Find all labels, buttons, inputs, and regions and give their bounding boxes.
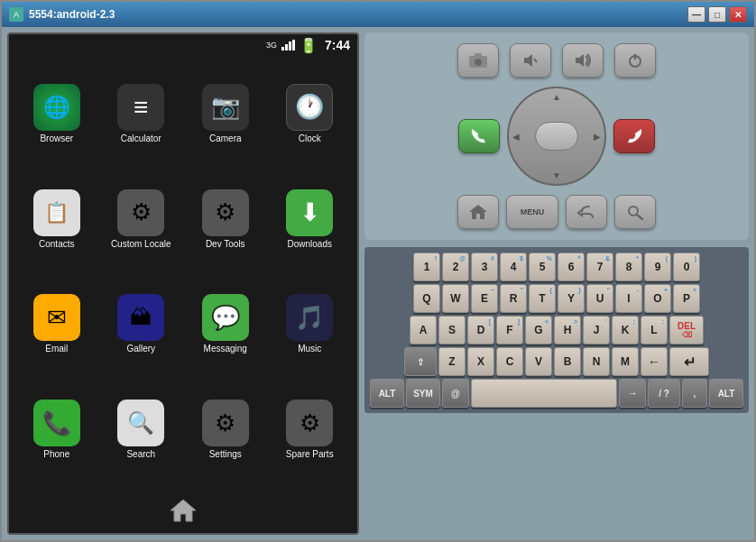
key-h[interactable]: >H (554, 316, 581, 344)
key-i[interactable]: -I (615, 284, 642, 313)
key-2[interactable]: @2 (442, 253, 469, 281)
content-area: 3G 🔋 7:44 🌐 Browser (2, 27, 754, 540)
key-9[interactable]: (9 (644, 253, 671, 281)
dpad[interactable]: ▲ ◀ ▶ ▼ (507, 87, 606, 186)
email-icon: ✉ (33, 294, 80, 341)
home-icon (169, 498, 198, 523)
key-s[interactable]: S (438, 316, 466, 344)
key-x[interactable]: X (467, 347, 494, 376)
app-phone[interactable]: 📞 Phone (16, 379, 97, 481)
volume-down-button[interactable] (510, 43, 551, 78)
power-button[interactable] (614, 43, 656, 78)
key-arrow-right[interactable]: → (619, 379, 646, 408)
keyboard-row-numbers: !1 @2 #3 $4 %5 ^6 &7 *8 (9 )0 (370, 253, 743, 281)
key-0[interactable]: )0 (673, 253, 700, 281)
key-g[interactable]: <G (525, 316, 552, 344)
close-button[interactable]: ✕ (729, 6, 747, 23)
bottom-nav-buttons: MENU (457, 195, 656, 229)
dpad-ring[interactable]: ▲ ◀ ▶ ▼ (507, 87, 606, 186)
key-k[interactable]: ;K (612, 316, 639, 344)
key-q[interactable]: Q (413, 284, 440, 313)
key-v[interactable]: V (525, 347, 552, 376)
app-search[interactable]: 🔍 Search (101, 379, 182, 481)
app-settings[interactable]: ⚙ Settings (185, 379, 266, 481)
phone-icon: 📞 (33, 400, 80, 446)
key-j[interactable]: 'J (583, 316, 610, 344)
app-custom-locale[interactable]: ⚙ Custom Locale (101, 169, 182, 271)
app-camera[interactable]: 📷 Camera (185, 63, 266, 165)
app-spare-parts[interactable]: ⚙ Spare Parts (270, 379, 351, 481)
app-gallery[interactable]: 🏔 Gallery (101, 274, 182, 376)
home-button[interactable] (167, 494, 199, 527)
key-at[interactable]: @ (442, 379, 469, 408)
app-contacts[interactable]: 📋 Contacts (16, 169, 97, 271)
key-p[interactable]: =P (673, 284, 700, 313)
signal-bar-3 (289, 41, 291, 51)
window-title: 5554:android-2.3 (29, 8, 115, 21)
key-3[interactable]: #3 (471, 253, 498, 281)
key-e[interactable]: ~E (471, 284, 498, 313)
menu-button[interactable]: MENU (506, 195, 558, 229)
messaging-label: Messaging (204, 344, 247, 354)
svg-marker-9 (469, 205, 487, 219)
key-7[interactable]: &7 (586, 253, 613, 281)
app-messaging[interactable]: 💬 Messaging (185, 274, 266, 376)
key-l[interactable]: :L (641, 316, 668, 344)
key-y[interactable]: }Y (558, 284, 585, 313)
key-4[interactable]: $4 (500, 253, 527, 281)
app-music[interactable]: 🎵 Music (270, 274, 351, 376)
browser-icon: 🌐 (33, 84, 80, 131)
key-u[interactable]: "U (586, 284, 613, 313)
key-b[interactable]: B (554, 347, 581, 376)
app-email[interactable]: ✉ Email (16, 274, 97, 376)
app-downloads[interactable]: ⬇ Downloads (270, 169, 351, 271)
phone-screen: 3G 🔋 7:44 🌐 Browser (7, 32, 359, 535)
gallery-icon: 🏔 (117, 294, 164, 341)
key-d[interactable]: [D (467, 316, 494, 344)
app-calculator[interactable]: ≡ Calculator (101, 63, 182, 165)
app-dev-tools[interactable]: ⚙ Dev Tools (185, 169, 266, 271)
key-c[interactable]: C (496, 347, 523, 376)
key-sym[interactable]: SYM (406, 379, 440, 408)
maximize-button[interactable]: □ (708, 6, 726, 23)
volume-up-button[interactable] (562, 43, 604, 78)
key-slash-question[interactable]: / ? (648, 379, 680, 408)
key-enter[interactable]: ↵ (669, 347, 709, 376)
svg-marker-0 (171, 500, 196, 521)
downloads-label: Downloads (288, 239, 332, 250)
key-alt-left[interactable]: ALT (370, 379, 404, 408)
call-button[interactable] (458, 119, 500, 153)
key-1[interactable]: !1 (413, 253, 440, 281)
app-clock[interactable]: 🕐 Clock (270, 63, 351, 165)
key-m[interactable]: M (612, 347, 639, 376)
key-comma[interactable]: , (682, 379, 707, 408)
spare-parts-label: Spare Parts (286, 449, 334, 460)
end-call-button[interactable] (613, 119, 655, 153)
key-n[interactable]: N (583, 347, 610, 376)
key-5[interactable]: %5 (529, 253, 556, 281)
key-t[interactable]: {T (529, 284, 556, 313)
key-alt-right[interactable]: ALT (709, 379, 743, 408)
dpad-center[interactable] (535, 122, 578, 151)
key-r[interactable]: "R (500, 284, 527, 313)
key-a[interactable]: A (410, 316, 437, 344)
app-browser[interactable]: 🌐 Browser (16, 63, 97, 165)
key-8[interactable]: *8 (615, 253, 642, 281)
key-space[interactable] (471, 379, 617, 408)
key-shift[interactable]: ⇧ (404, 347, 437, 376)
search-nav-button[interactable] (614, 195, 656, 229)
camera-button[interactable] (457, 43, 499, 78)
key-f[interactable]: ]F (496, 316, 523, 344)
signal-bar-2 (285, 44, 288, 51)
titlebar-left: A 5554:android-2.3 (9, 7, 115, 22)
key-o[interactable]: +O (644, 284, 671, 313)
key-backspace[interactable]: DEL⌫ (669, 316, 704, 344)
svg-rect-3 (475, 53, 482, 57)
minimize-button[interactable]: — (687, 6, 705, 23)
back-button[interactable] (566, 195, 607, 229)
home-nav-button[interactable] (457, 195, 499, 229)
key-arrow-left[interactable]: ← (641, 347, 668, 376)
key-z[interactable]: Z (438, 347, 466, 376)
key-6[interactable]: ^6 (558, 253, 585, 281)
key-w[interactable]: W (442, 284, 469, 313)
